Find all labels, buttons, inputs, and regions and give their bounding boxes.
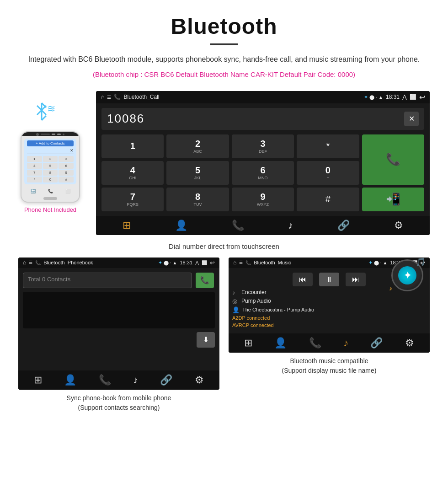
phonebook-screen: ⌂ ☰ 📞 Bluetooth_Phonebook ✦ ⬤ · ▲ 18:31 … <box>18 258 219 390</box>
pb-home-icon: ⌂ <box>23 259 26 266</box>
pb-toolbar-phone[interactable]: 📞 <box>99 374 111 386</box>
avrcp-status: AVRCP connected <box>232 322 274 328</box>
pb-back: ↩ <box>210 259 215 266</box>
pb-menu-icon: ☰ <box>29 260 32 265</box>
dial-section: ≋ + Add to Contacts ✕ 123 456 789 *0# <box>0 86 448 240</box>
add-contact-btn: + Add to Contacts <box>27 140 74 146</box>
album-title: Pump Audio <box>241 298 271 304</box>
page-title: Bluetooth <box>27 14 421 39</box>
pb-status-icons: ✦ ⬤ · ▲ <box>158 260 177 266</box>
pb-dot: · <box>170 260 171 265</box>
music-signal: ⬤ <box>374 260 379 265</box>
music-menu-icon: ☰ <box>239 260 243 265</box>
prev-button[interactable]: ⏮ <box>293 273 313 286</box>
pb-toolbar-music[interactable]: ♪ <box>133 374 138 386</box>
pb-toolbar-settings[interactable]: ⚙ <box>195 374 204 386</box>
pb-app-title: Bluetooth_Phonebook <box>43 260 155 265</box>
signal-waves-icon: ≋ <box>47 104 55 114</box>
key-hash[interactable]: # <box>297 188 359 211</box>
pb-spacer <box>23 348 215 366</box>
avrcp-row: AVRCP connected <box>232 322 426 328</box>
dial-statusbar: ⌂ ☰ 📞 Bluetooth_Call ✦ ⬤ · ▲ 18:31 ⋀ ⬜ ↩ <box>96 91 430 103</box>
toolbar-contacts-icon[interactable]: 👤 <box>175 220 187 231</box>
music-tb-grid[interactable]: ⊞ <box>244 337 252 349</box>
back-icon: ↩ <box>419 93 425 102</box>
specs-text: (Bluetooth chip : CSR BC6 Default Blueto… <box>27 69 421 80</box>
key-8[interactable]: 8 TUV <box>166 188 229 211</box>
song-row: ♪ Encounter <box>232 289 391 296</box>
album-row: ◎ Pump Audio <box>232 298 426 305</box>
music-tb-link[interactable]: 🔗 <box>370 337 383 349</box>
music-tb-settings[interactable]: ⚙ <box>405 337 414 349</box>
music-dot: · <box>380 260 382 265</box>
pb-toolbar: ⊞ 👤 📞 ♪ 🔗 ⚙ <box>18 370 219 390</box>
menu-icon: ☰ <box>107 95 111 100</box>
key-0[interactable]: 0 + <box>297 161 359 185</box>
key-7[interactable]: 7 PQRS <box>101 188 164 211</box>
artist-row: 👤 The Cheebacabra - Pump Audio <box>232 306 426 313</box>
album-art: ✦ 🎵 ♪ <box>391 259 423 291</box>
pb-search-field[interactable]: Total 0 Contacts <box>23 273 192 288</box>
key-recall[interactable]: 📲 <box>362 188 424 211</box>
toolbar-phone-icon[interactable]: 📞 <box>232 220 244 231</box>
key-5[interactable]: 5 JKL <box>166 161 229 185</box>
music-tb-contacts[interactable]: 👤 <box>274 337 287 349</box>
artist-icon: 👤 <box>232 306 240 313</box>
pb-toolbar-contacts[interactable]: 👤 <box>64 374 76 386</box>
music-screen: ⌂ ☰ 📞 Bluetooth_Music ✦ ⬤ · ▲ 18:27 ⋀ ⬜ … <box>229 258 430 353</box>
dial-toolbar: ⊞ 👤 📞 ♪ 🔗 ⚙ <box>96 216 430 235</box>
call-icon: 📞 <box>386 152 400 166</box>
phone-keypad: 123 456 789 *0# <box>27 156 74 182</box>
description-text: Integrated with BC6 Bluetooth module, su… <box>27 54 421 65</box>
key-6[interactable]: 6 MNO <box>232 161 294 185</box>
key-1[interactable]: 1 <box>101 134 164 158</box>
pb-search-placeholder: Total 0 Contacts <box>28 276 70 283</box>
music-app-title: Bluetooth_Music <box>254 260 366 265</box>
bottom-section: ⌂ ☰ 📞 Bluetooth_Phonebook ✦ ⬤ · ▲ 18:31 … <box>0 258 448 413</box>
pb-call-icon: 📞 <box>35 260 41 265</box>
status-icons: ✦ ⬤ · ▲ <box>364 94 383 100</box>
toolbar-settings-icon[interactable]: ⚙ <box>394 220 403 231</box>
window-icon: ⬜ <box>410 94 416 100</box>
pb-window: ⬜ <box>202 260 207 265</box>
pb-toolbar-link[interactable]: 🔗 <box>160 374 172 386</box>
call-status-icon: 📞 <box>114 94 121 100</box>
music-caption: Bluetooth music compatible (Support disp… <box>229 356 430 376</box>
music-wifi: ▲ <box>383 260 388 265</box>
dial-android-screen: ⌂ ☰ 📞 Bluetooth_Call ✦ ⬤ · ▲ 18:31 ⋀ ⬜ ↩… <box>96 91 430 235</box>
pb-download-button[interactable]: ⬇ <box>197 332 215 348</box>
not-included-label: Phone Not Included <box>24 206 76 213</box>
play-button[interactable]: ⏸ <box>319 273 339 286</box>
key-star[interactable]: * <box>297 134 359 158</box>
key-3[interactable]: 3 DEF <box>232 134 294 158</box>
key-call[interactable]: 📞 <box>362 134 424 185</box>
phone-illustration: ≋ + Add to Contacts ✕ 123 456 789 *0# <box>14 91 87 213</box>
music-home-icon: ⌂ <box>233 259 236 266</box>
key-4[interactable]: 4 GHI <box>101 161 164 185</box>
signal-icon: ⬤ <box>369 95 374 100</box>
pb-call-button[interactable]: 📞 <box>196 273 214 288</box>
music-info-area: ✦ 🎵 ♪ ♪ Encounter ◎ Pump Audio 👤 The Che… <box>229 289 430 333</box>
next-button[interactable]: ⏭ <box>346 273 366 286</box>
toolbar-music-icon[interactable]: ♪ <box>288 220 293 231</box>
music-tb-phone[interactable]: 📞 <box>309 337 321 349</box>
bt-signal-illustration: ≋ <box>30 100 71 128</box>
key-9[interactable]: 9 WXYZ <box>232 188 294 211</box>
toolbar-link-icon[interactable]: 🔗 <box>337 220 350 231</box>
phone-bottom-bar: 🔙 📞 ⬜ <box>21 187 79 195</box>
music-tb-music[interactable]: ♪ <box>343 337 348 349</box>
pb-expand: ⋀ <box>195 260 199 265</box>
pb-actions: ⬇ <box>23 332 215 348</box>
pb-toolbar-grid[interactable]: ⊞ <box>34 374 42 386</box>
album-icon: ◎ <box>232 298 239 305</box>
pb-time: 18:31 <box>180 260 192 265</box>
music-item: ⌂ ☰ 📞 Bluetooth_Music ✦ ⬤ · ▲ 18:27 ⋀ ⬜ … <box>224 258 434 413</box>
artist-name: The Cheebacabra - Pump Audio <box>242 307 314 312</box>
key-2[interactable]: 2 ABC <box>166 134 229 158</box>
backspace-button[interactable]: ✕ <box>404 112 419 126</box>
dial-app-title: Bluetooth_Call <box>123 94 361 100</box>
recall-icon: 📲 <box>386 192 400 206</box>
phone-screen: + Add to Contacts ✕ 123 456 789 *0# <box>24 139 76 184</box>
note-deco2: ♪ <box>389 284 392 292</box>
toolbar-grid-icon[interactable]: ⊞ <box>123 220 131 231</box>
